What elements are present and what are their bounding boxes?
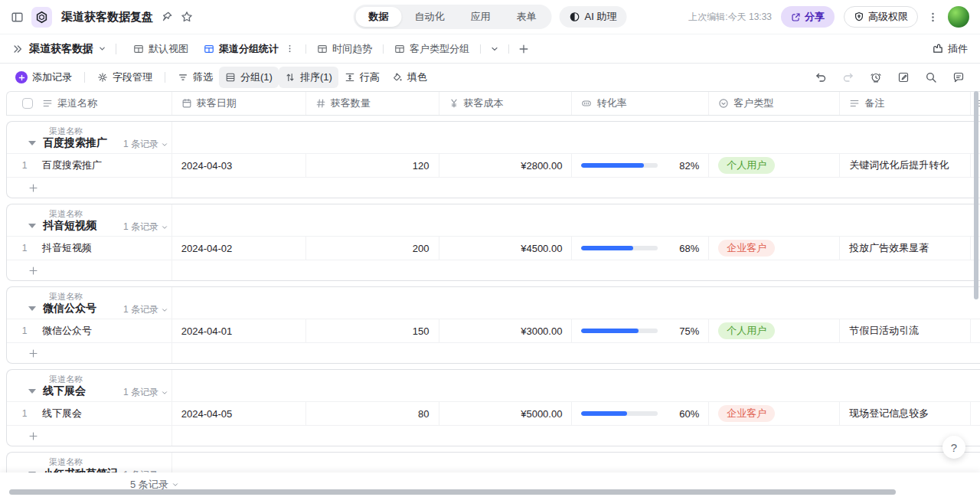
group-record-count[interactable]: 1 条记录 bbox=[123, 221, 168, 234]
cell-rate[interactable]: 82% bbox=[572, 154, 709, 177]
advanced-permission-button[interactable]: 高级权限 bbox=[844, 6, 918, 28]
group-header[interactable]: 渠道名称 线下展会 1 条记录 bbox=[7, 370, 980, 402]
collapse-caret-icon[interactable] bbox=[28, 224, 36, 228]
fill-color-button[interactable]: 填色 bbox=[386, 67, 433, 88]
cell-customer-type[interactable]: 个人用户 bbox=[709, 154, 840, 177]
star-icon[interactable] bbox=[181, 11, 193, 23]
vertical-scrollbar[interactable] bbox=[974, 91, 978, 299]
group-record-count[interactable]: 1 条记录 bbox=[123, 386, 168, 399]
sidebar-toggle-icon[interactable] bbox=[11, 11, 24, 24]
view-tab-channel-group[interactable]: 渠道分组统计 bbox=[196, 42, 302, 56]
automation-alert-icon[interactable] bbox=[870, 71, 882, 83]
column-header-cost[interactable]: 获客成本 bbox=[439, 92, 573, 115]
column-header-rate[interactable]: 转化率 bbox=[572, 92, 709, 115]
tab-apps[interactable]: 应用 bbox=[458, 7, 504, 27]
progress-fill bbox=[581, 246, 633, 250]
tab-data[interactable]: 数据 bbox=[356, 7, 402, 27]
grid-view-icon bbox=[317, 44, 328, 54]
group-record-count[interactable]: 1 条记录 bbox=[123, 138, 168, 151]
group-header[interactable]: 渠道名称 微信公众号 1 条记录 bbox=[7, 287, 980, 319]
group-record-count[interactable]: 1 条记录 bbox=[123, 303, 168, 316]
comment-icon[interactable] bbox=[952, 71, 965, 83]
collapse-caret-icon[interactable] bbox=[28, 389, 36, 394]
cell-quantity[interactable]: 200 bbox=[306, 237, 439, 260]
group-header[interactable]: 渠道名称 小红书种草笔记 1 条记录 bbox=[7, 453, 980, 472]
horizontal-scrollbar[interactable] bbox=[9, 489, 896, 495]
cell-note[interactable]: 节假日活动引流 bbox=[840, 319, 971, 342]
cell-customer-type[interactable]: 个人用户 bbox=[709, 319, 840, 342]
cell-channel[interactable]: 线下展会 bbox=[42, 407, 82, 420]
cell-rate[interactable]: 68% bbox=[572, 237, 709, 260]
user-avatar[interactable] bbox=[948, 6, 969, 28]
search-icon[interactable] bbox=[925, 71, 937, 83]
cell-customer-type[interactable]: 企业客户 bbox=[709, 402, 840, 425]
view-tab-default[interactable]: 默认视图 bbox=[126, 42, 196, 56]
group-header[interactable]: 渠道名称 百度搜索推广 1 条记录 bbox=[7, 122, 980, 154]
view-overflow-chevron-icon[interactable] bbox=[484, 44, 505, 54]
progress-fill bbox=[581, 411, 627, 416]
view-tab-customer-type[interactable]: 客户类型分组 bbox=[387, 42, 477, 56]
cell-note[interactable]: 关键词优化后提升转化 bbox=[840, 154, 971, 177]
row-height-button[interactable]: 行高 bbox=[338, 67, 386, 88]
bitable-logo[interactable] bbox=[31, 7, 52, 28]
view-menu-icon[interactable] bbox=[285, 44, 295, 54]
column-header-date[interactable]: 获客日期 bbox=[172, 92, 306, 115]
cell-cost[interactable]: ¥4500.00 bbox=[439, 237, 573, 260]
table-row[interactable]: 1微信公众号 2024-04-01 150 ¥3000.00 75% 个人用户 … bbox=[7, 319, 980, 343]
column-header-quantity[interactable]: 获客数量 bbox=[306, 92, 439, 115]
cell-channel[interactable]: 微信公众号 bbox=[42, 324, 92, 338]
cell-cost[interactable]: ¥5000.00 bbox=[439, 402, 573, 425]
field-manage-button[interactable]: 字段管理 bbox=[91, 67, 158, 88]
cell-cost[interactable]: ¥2800.00 bbox=[439, 154, 573, 177]
add-record-row[interactable] bbox=[7, 260, 980, 280]
cell-customer-type[interactable]: 企业客户 bbox=[709, 237, 840, 260]
expand-sidebar-icon[interactable] bbox=[12, 44, 23, 54]
column-header-customer-type[interactable]: 客户类型 bbox=[709, 92, 840, 115]
cell-channel[interactable]: 百度搜索推广 bbox=[42, 159, 102, 172]
collapse-caret-icon[interactable] bbox=[28, 141, 36, 146]
group-button[interactable]: 分组(1) bbox=[219, 67, 279, 88]
tab-automation[interactable]: 自动化 bbox=[402, 7, 458, 27]
sort-button[interactable]: 排序(1) bbox=[279, 67, 338, 88]
add-view-button[interactable] bbox=[512, 44, 535, 54]
share-button[interactable]: 分享 bbox=[781, 6, 835, 28]
table-row[interactable]: 1百度搜索推广 2024-04-03 120 ¥2800.00 82% 个人用户… bbox=[7, 154, 980, 178]
add-record-row[interactable] bbox=[7, 178, 980, 198]
plugins-button[interactable]: 插件 bbox=[932, 42, 968, 56]
help-button[interactable]: ? bbox=[942, 436, 965, 459]
cell-quantity[interactable]: 80 bbox=[306, 402, 439, 425]
cell-date[interactable]: 2024-04-05 bbox=[172, 402, 306, 425]
view-tab-time-trend[interactable]: 时间趋势 bbox=[309, 42, 380, 56]
cell-channel[interactable]: 抖音短视频 bbox=[42, 241, 92, 255]
group-header[interactable]: 渠道名称 抖音短视频 1 条记录 bbox=[7, 204, 980, 237]
cell-date[interactable]: 2024-04-03 bbox=[172, 154, 306, 177]
undo-icon[interactable] bbox=[815, 71, 827, 83]
table-row[interactable]: 1抖音短视频 2024-04-02 200 ¥4500.00 68% 企业客户 … bbox=[7, 237, 980, 260]
cell-cost[interactable]: ¥3000.00 bbox=[439, 319, 573, 342]
add-record-button[interactable]: 添加记录 bbox=[9, 67, 78, 88]
cell-note[interactable]: 投放广告效果显著 bbox=[840, 237, 971, 260]
filter-button[interactable]: 筛选 bbox=[172, 67, 219, 88]
collapse-caret-icon[interactable] bbox=[28, 306, 36, 311]
add-record-row[interactable] bbox=[7, 343, 980, 363]
cell-rate[interactable]: 60% bbox=[572, 402, 709, 425]
tab-forms[interactable]: 表单 bbox=[504, 7, 550, 27]
redo-icon[interactable] bbox=[842, 71, 854, 83]
cell-date[interactable]: 2024-04-01 bbox=[172, 319, 306, 342]
cell-rate[interactable]: 75% bbox=[572, 319, 709, 342]
more-menu-icon[interactable] bbox=[927, 11, 939, 23]
add-record-row[interactable] bbox=[7, 426, 980, 446]
cell-date[interactable]: 2024-04-02 bbox=[172, 237, 306, 260]
cell-note[interactable]: 现场登记信息较多 bbox=[840, 402, 971, 425]
table-row[interactable]: 1线下展会 2024-04-05 80 ¥5000.00 60% 企业客户 现场… bbox=[7, 402, 980, 426]
select-all-checkbox[interactable] bbox=[22, 98, 33, 109]
record-edit-icon[interactable] bbox=[897, 71, 910, 83]
column-header-channel-name[interactable]: 渠道名称 bbox=[7, 92, 172, 115]
cell-quantity[interactable]: 120 bbox=[306, 154, 439, 177]
ai-assistant-button[interactable]: AI 助理 bbox=[560, 6, 627, 28]
table-selector[interactable]: 渠道获客数据 bbox=[29, 42, 106, 56]
column-header-note[interactable]: 备注 bbox=[840, 92, 971, 115]
paint-bucket-icon bbox=[392, 72, 403, 83]
cell-quantity[interactable]: 150 bbox=[306, 319, 439, 342]
pin-icon[interactable] bbox=[161, 11, 173, 23]
